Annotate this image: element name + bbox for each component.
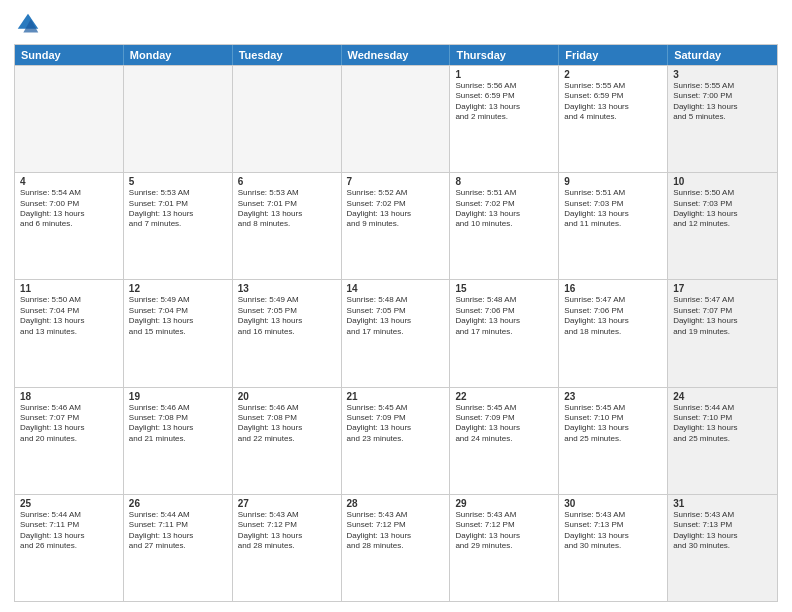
day-number: 8	[455, 176, 553, 187]
cal-cell	[15, 66, 124, 172]
cell-text: Sunrise: 5:44 AM Sunset: 7:11 PM Dayligh…	[20, 510, 118, 552]
cell-text: Sunrise: 5:45 AM Sunset: 7:10 PM Dayligh…	[564, 403, 662, 445]
cell-text: Sunrise: 5:49 AM Sunset: 7:04 PM Dayligh…	[129, 295, 227, 337]
cal-cell: 3Sunrise: 5:55 AM Sunset: 7:00 PM Daylig…	[668, 66, 777, 172]
calendar-header: SundayMondayTuesdayWednesdayThursdayFrid…	[15, 45, 777, 65]
cell-text: Sunrise: 5:45 AM Sunset: 7:09 PM Dayligh…	[455, 403, 553, 445]
cal-header-cell: Saturday	[668, 45, 777, 65]
cal-cell: 18Sunrise: 5:46 AM Sunset: 7:07 PM Dayli…	[15, 388, 124, 494]
cell-text: Sunrise: 5:47 AM Sunset: 7:06 PM Dayligh…	[564, 295, 662, 337]
cal-cell: 12Sunrise: 5:49 AM Sunset: 7:04 PM Dayli…	[124, 280, 233, 386]
cal-cell	[233, 66, 342, 172]
cell-text: Sunrise: 5:55 AM Sunset: 6:59 PM Dayligh…	[564, 81, 662, 123]
cell-text: Sunrise: 5:44 AM Sunset: 7:11 PM Dayligh…	[129, 510, 227, 552]
cal-cell: 1Sunrise: 5:56 AM Sunset: 6:59 PM Daylig…	[450, 66, 559, 172]
day-number: 12	[129, 283, 227, 294]
cal-cell: 25Sunrise: 5:44 AM Sunset: 7:11 PM Dayli…	[15, 495, 124, 601]
cal-cell: 14Sunrise: 5:48 AM Sunset: 7:05 PM Dayli…	[342, 280, 451, 386]
cell-text: Sunrise: 5:51 AM Sunset: 7:02 PM Dayligh…	[455, 188, 553, 230]
cal-header-cell: Wednesday	[342, 45, 451, 65]
header	[14, 10, 778, 38]
cell-text: Sunrise: 5:52 AM Sunset: 7:02 PM Dayligh…	[347, 188, 445, 230]
cell-text: Sunrise: 5:43 AM Sunset: 7:12 PM Dayligh…	[347, 510, 445, 552]
cal-header-cell: Monday	[124, 45, 233, 65]
cell-text: Sunrise: 5:43 AM Sunset: 7:13 PM Dayligh…	[673, 510, 772, 552]
logo-icon	[14, 10, 42, 38]
day-number: 13	[238, 283, 336, 294]
cal-cell: 26Sunrise: 5:44 AM Sunset: 7:11 PM Dayli…	[124, 495, 233, 601]
cal-cell: 24Sunrise: 5:44 AM Sunset: 7:10 PM Dayli…	[668, 388, 777, 494]
day-number: 4	[20, 176, 118, 187]
cal-header-cell: Friday	[559, 45, 668, 65]
day-number: 5	[129, 176, 227, 187]
day-number: 15	[455, 283, 553, 294]
cal-cell: 9Sunrise: 5:51 AM Sunset: 7:03 PM Daylig…	[559, 173, 668, 279]
cal-cell: 7Sunrise: 5:52 AM Sunset: 7:02 PM Daylig…	[342, 173, 451, 279]
cal-row: 1Sunrise: 5:56 AM Sunset: 6:59 PM Daylig…	[15, 65, 777, 172]
cell-text: Sunrise: 5:46 AM Sunset: 7:07 PM Dayligh…	[20, 403, 118, 445]
day-number: 1	[455, 69, 553, 80]
day-number: 29	[455, 498, 553, 509]
cal-cell: 22Sunrise: 5:45 AM Sunset: 7:09 PM Dayli…	[450, 388, 559, 494]
day-number: 14	[347, 283, 445, 294]
day-number: 24	[673, 391, 772, 402]
cell-text: Sunrise: 5:46 AM Sunset: 7:08 PM Dayligh…	[129, 403, 227, 445]
day-number: 19	[129, 391, 227, 402]
cal-header-cell: Tuesday	[233, 45, 342, 65]
cal-row: 25Sunrise: 5:44 AM Sunset: 7:11 PM Dayli…	[15, 494, 777, 601]
cal-cell: 28Sunrise: 5:43 AM Sunset: 7:12 PM Dayli…	[342, 495, 451, 601]
day-number: 26	[129, 498, 227, 509]
cal-cell: 19Sunrise: 5:46 AM Sunset: 7:08 PM Dayli…	[124, 388, 233, 494]
cal-cell: 15Sunrise: 5:48 AM Sunset: 7:06 PM Dayli…	[450, 280, 559, 386]
day-number: 18	[20, 391, 118, 402]
logo	[14, 10, 46, 38]
day-number: 11	[20, 283, 118, 294]
day-number: 9	[564, 176, 662, 187]
day-number: 16	[564, 283, 662, 294]
cal-cell: 27Sunrise: 5:43 AM Sunset: 7:12 PM Dayli…	[233, 495, 342, 601]
calendar-body: 1Sunrise: 5:56 AM Sunset: 6:59 PM Daylig…	[15, 65, 777, 601]
cal-cell: 23Sunrise: 5:45 AM Sunset: 7:10 PM Dayli…	[559, 388, 668, 494]
day-number: 6	[238, 176, 336, 187]
cell-text: Sunrise: 5:50 AM Sunset: 7:03 PM Dayligh…	[673, 188, 772, 230]
cell-text: Sunrise: 5:53 AM Sunset: 7:01 PM Dayligh…	[129, 188, 227, 230]
calendar: SundayMondayTuesdayWednesdayThursdayFrid…	[14, 44, 778, 602]
cell-text: Sunrise: 5:43 AM Sunset: 7:12 PM Dayligh…	[455, 510, 553, 552]
day-number: 3	[673, 69, 772, 80]
cal-cell: 16Sunrise: 5:47 AM Sunset: 7:06 PM Dayli…	[559, 280, 668, 386]
cell-text: Sunrise: 5:44 AM Sunset: 7:10 PM Dayligh…	[673, 403, 772, 445]
cal-cell: 20Sunrise: 5:46 AM Sunset: 7:08 PM Dayli…	[233, 388, 342, 494]
cell-text: Sunrise: 5:43 AM Sunset: 7:13 PM Dayligh…	[564, 510, 662, 552]
cal-cell: 10Sunrise: 5:50 AM Sunset: 7:03 PM Dayli…	[668, 173, 777, 279]
day-number: 28	[347, 498, 445, 509]
cell-text: Sunrise: 5:47 AM Sunset: 7:07 PM Dayligh…	[673, 295, 772, 337]
page: SundayMondayTuesdayWednesdayThursdayFrid…	[0, 0, 792, 612]
cell-text: Sunrise: 5:54 AM Sunset: 7:00 PM Dayligh…	[20, 188, 118, 230]
cell-text: Sunrise: 5:56 AM Sunset: 6:59 PM Dayligh…	[455, 81, 553, 123]
cal-header-cell: Thursday	[450, 45, 559, 65]
day-number: 30	[564, 498, 662, 509]
day-number: 10	[673, 176, 772, 187]
day-number: 31	[673, 498, 772, 509]
day-number: 22	[455, 391, 553, 402]
cell-text: Sunrise: 5:53 AM Sunset: 7:01 PM Dayligh…	[238, 188, 336, 230]
cal-cell: 11Sunrise: 5:50 AM Sunset: 7:04 PM Dayli…	[15, 280, 124, 386]
cell-text: Sunrise: 5:48 AM Sunset: 7:05 PM Dayligh…	[347, 295, 445, 337]
day-number: 23	[564, 391, 662, 402]
day-number: 20	[238, 391, 336, 402]
cell-text: Sunrise: 5:49 AM Sunset: 7:05 PM Dayligh…	[238, 295, 336, 337]
cal-cell: 30Sunrise: 5:43 AM Sunset: 7:13 PM Dayli…	[559, 495, 668, 601]
cell-text: Sunrise: 5:50 AM Sunset: 7:04 PM Dayligh…	[20, 295, 118, 337]
cal-cell: 6Sunrise: 5:53 AM Sunset: 7:01 PM Daylig…	[233, 173, 342, 279]
cal-row: 11Sunrise: 5:50 AM Sunset: 7:04 PM Dayli…	[15, 279, 777, 386]
cal-cell: 13Sunrise: 5:49 AM Sunset: 7:05 PM Dayli…	[233, 280, 342, 386]
day-number: 21	[347, 391, 445, 402]
cell-text: Sunrise: 5:51 AM Sunset: 7:03 PM Dayligh…	[564, 188, 662, 230]
cal-cell	[342, 66, 451, 172]
cal-cell: 17Sunrise: 5:47 AM Sunset: 7:07 PM Dayli…	[668, 280, 777, 386]
cal-header-cell: Sunday	[15, 45, 124, 65]
cell-text: Sunrise: 5:45 AM Sunset: 7:09 PM Dayligh…	[347, 403, 445, 445]
cal-row: 4Sunrise: 5:54 AM Sunset: 7:00 PM Daylig…	[15, 172, 777, 279]
cell-text: Sunrise: 5:48 AM Sunset: 7:06 PM Dayligh…	[455, 295, 553, 337]
cal-cell: 4Sunrise: 5:54 AM Sunset: 7:00 PM Daylig…	[15, 173, 124, 279]
